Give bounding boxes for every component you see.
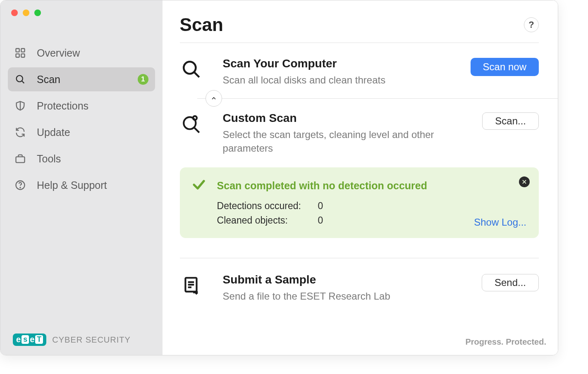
scan-result-panel: Scan completed with no detection occured… [180,167,539,238]
notification-badge: 1 [138,74,148,85]
window-controls [0,0,163,16]
send-sample-button[interactable]: Send... [482,274,539,291]
section-desc: Scan all local disks and clean threats [223,74,464,87]
check-icon [191,177,206,194]
svg-rect-3 [21,54,24,57]
sidebar-item-label: Protections [37,100,148,112]
sidebar-item-protections[interactable]: Protections [8,94,155,118]
svg-point-4 [17,76,23,82]
help-button[interactable]: ? [524,17,539,32]
content-header: Scan ? [163,0,558,43]
section-separator [225,94,539,102]
minimize-window-button[interactable] [23,10,29,16]
page-title: Scan [180,14,223,35]
sidebar-item-label: Help & Support [37,179,148,191]
svg-rect-6 [16,157,25,162]
shield-icon [14,100,26,112]
search-icon [14,74,26,85]
sidebar-item-help[interactable]: Help & Support [8,173,155,197]
document-send-icon [180,274,203,297]
cleaned-label: Cleaned objects: [217,213,312,228]
close-window-button[interactable] [11,10,18,16]
detections-value: 0 [318,199,323,213]
custom-scan-button[interactable]: Scan... [482,112,539,130]
app-window: Overview Scan 1 Protections [0,0,558,355]
scan-now-button[interactable]: Scan now [471,58,539,76]
help-icon [14,179,26,191]
result-title: Scan completed with no detection occured [217,180,427,192]
sidebar-item-tools[interactable]: Tools [8,147,155,171]
svg-rect-0 [16,49,19,52]
content-body: Scan Your Computer Scan all local disks … [163,43,558,355]
svg-line-10 [194,72,199,77]
section-desc: Send a file to the ESET Research Lab [223,290,464,303]
magnifier-gear-icon [180,112,203,136]
svg-line-12 [194,128,199,133]
show-log-link[interactable]: Show Log... [474,217,526,228]
section-title: Custom Scan [223,112,464,125]
sidebar-nav: Overview Scan 1 Protections [0,41,163,197]
svg-point-8 [20,187,20,188]
toolbox-icon [14,153,26,164]
maximize-window-button[interactable] [34,10,41,16]
cleaned-value: 0 [318,213,323,228]
main-content: Scan ? Scan Your Computer Scan all local… [163,0,558,355]
section-desc: Select the scan targets, cleaning level … [223,128,464,155]
section-title: Submit a Sample [223,273,464,286]
detections-label: Detections occured: [217,199,312,213]
section-custom-scan: Custom Scan Select the scan targets, cle… [180,112,539,155]
brand-sub: CYBER SECURITY [52,335,131,345]
section-scan-computer: Scan Your Computer Scan all local disks … [180,57,539,87]
brand-footer: eseT CYBER SECURITY [13,334,131,346]
footer-tagline: Progress. Protected. [465,337,546,347]
svg-rect-1 [21,49,24,52]
sidebar-item-label: Overview [37,47,148,59]
sidebar-item-label: Update [37,126,148,138]
sidebar-item-label: Tools [37,153,148,165]
magnifier-icon [180,58,203,81]
divider [180,258,539,258]
sidebar: Overview Scan 1 Protections [0,0,163,355]
refresh-icon [14,126,26,138]
eset-logo: eseT [13,334,46,346]
section-submit-sample: Submit a Sample Send a file to the ESET … [180,273,539,303]
svg-point-9 [184,62,196,74]
overview-icon [14,47,26,59]
sidebar-item-label: Scan [37,74,127,86]
close-result-button[interactable] [519,176,530,187]
svg-line-5 [22,81,24,83]
sidebar-item-update[interactable]: Update [8,120,155,144]
sidebar-item-scan[interactable]: Scan 1 [8,67,155,91]
sidebar-item-overview[interactable]: Overview [8,41,155,65]
svg-rect-2 [16,54,19,57]
collapse-toggle-button[interactable] [206,90,222,107]
section-title: Scan Your Computer [223,57,464,70]
